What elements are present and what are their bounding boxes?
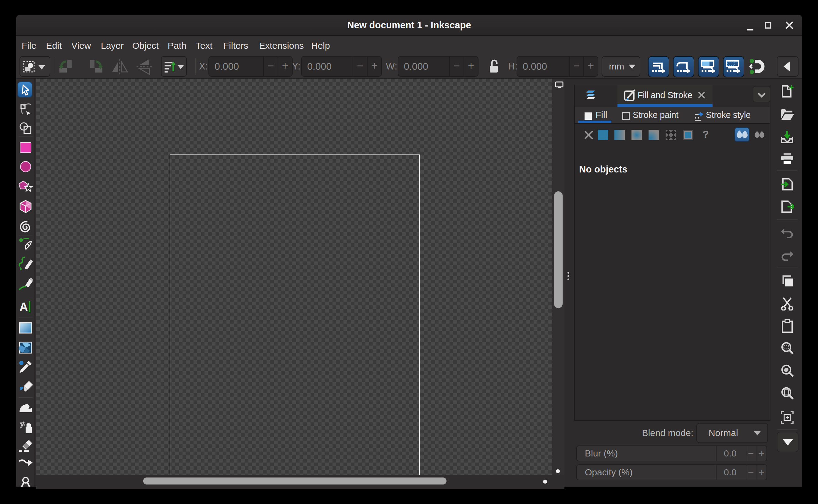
svg-text:A: A	[20, 300, 28, 313]
